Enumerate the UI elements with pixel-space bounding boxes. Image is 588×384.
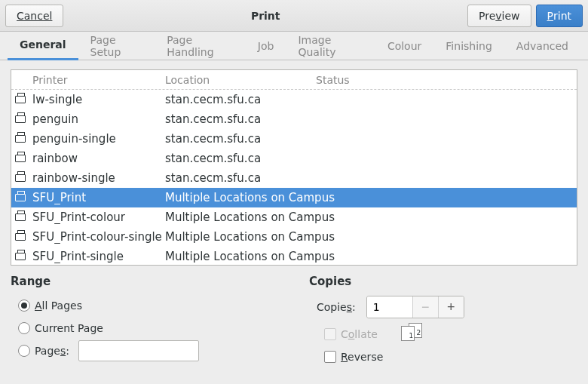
printer-icon	[11, 115, 29, 123]
col-printer-header[interactable]: Printer	[29, 74, 165, 86]
printer-list-header: Printer Location Status	[11, 70, 577, 90]
range-section: Range All Pages Current Page Pages:	[11, 275, 279, 368]
copies-increment[interactable]: +	[438, 296, 464, 318]
reverse-checkbox[interactable]: Reverse	[324, 346, 383, 368]
printer-icon	[11, 253, 29, 260]
window-title: Print	[63, 10, 467, 22]
tab-job[interactable]: Job	[246, 32, 286, 60]
printer-name: penguin-single	[29, 132, 165, 146]
printer-location: stan.cecm.sfu.ca	[165, 152, 577, 165]
collate-checkbox: Collate	[324, 323, 383, 346]
radio-icon	[18, 300, 30, 312]
tab-bar: GeneralPage SetupPage HandlingJobImage Q…	[0, 32, 588, 60]
printer-name: lw-single	[29, 93, 165, 106]
printer-icon	[11, 214, 29, 221]
checkbox-icon	[324, 351, 336, 363]
pages-input[interactable]	[78, 340, 199, 361]
tab-general[interactable]: General	[8, 32, 78, 60]
printer-name: SFU_Print-colour	[29, 210, 165, 224]
radio-icon	[18, 322, 30, 334]
printer-row[interactable]: rainbow-singlestan.cecm.sfu.ca	[11, 168, 577, 188]
printer-row[interactable]: SFU_Print-colour-singleMultiple Location…	[11, 227, 577, 247]
printer-row[interactable]: rainbowstan.cecm.sfu.ca	[11, 149, 577, 168]
col-status-header[interactable]: Status	[316, 74, 577, 86]
printer-name: penguin	[29, 112, 165, 126]
printer-icon	[11, 233, 29, 241]
printer-name: rainbow-single	[29, 171, 165, 185]
tab-page-setup[interactable]: Page Setup	[78, 32, 155, 60]
copies-input[interactable]	[367, 296, 412, 318]
col-location-header[interactable]: Location	[165, 74, 316, 86]
range-heading: Range	[11, 275, 279, 288]
print-button[interactable]: Print	[536, 5, 583, 27]
printer-location: Multiple Locations on Campus	[165, 230, 577, 244]
printer-row[interactable]: penguinstan.cecm.sfu.ca	[11, 109, 577, 129]
printer-name: SFU_Print-colour-single	[29, 230, 165, 244]
printer-location: Multiple Locations on Campus	[165, 191, 577, 204]
printer-name: rainbow	[29, 152, 165, 165]
tab-colour[interactable]: Colour	[375, 32, 433, 60]
printer-list[interactable]: Printer Location Status lw-singlestan.ce…	[11, 69, 577, 266]
printer-location: stan.cecm.sfu.ca	[165, 132, 577, 146]
printer-row[interactable]: SFU_Print-colourMultiple Locations on Ca…	[11, 207, 577, 227]
printer-location: stan.cecm.sfu.ca	[165, 171, 577, 185]
radio-all-pages[interactable]: All Pages	[18, 294, 279, 317]
printer-row[interactable]: lw-singlestan.cecm.sfu.ca	[11, 90, 577, 109]
tab-finishing[interactable]: Finishing	[433, 32, 504, 60]
preview-button[interactable]: Preview	[467, 5, 531, 27]
printer-row[interactable]: SFU_PrintMultiple Locations on Campus	[11, 188, 577, 207]
copies-spinner[interactable]: − +	[366, 296, 464, 318]
titlebar: Cancel Print Preview Print	[0, 0, 588, 32]
printer-icon	[11, 155, 29, 162]
printer-icon	[11, 135, 29, 143]
radio-current-page[interactable]: Current Page	[18, 317, 279, 339]
printer-row[interactable]: SFU_Print-singleMultiple Locations on Ca…	[11, 247, 577, 266]
tab-image-quality[interactable]: Image Quality	[286, 32, 375, 60]
printer-location: Multiple Locations on Campus	[165, 250, 577, 263]
printer-name: SFU_Print	[29, 191, 165, 204]
printer-location: stan.cecm.sfu.ca	[165, 112, 577, 126]
tab-advanced[interactable]: Advanced	[504, 32, 580, 60]
cancel-button[interactable]: Cancel	[5, 5, 63, 27]
printer-name: SFU_Print-single	[29, 250, 165, 263]
printer-location: stan.cecm.sfu.ca	[165, 93, 577, 106]
printer-icon	[11, 96, 29, 103]
copies-label: Copies:	[317, 301, 356, 313]
printer-location: Multiple Locations on Campus	[165, 210, 577, 224]
radio-icon	[18, 345, 30, 357]
printer-row[interactable]: penguin-singlestan.cecm.sfu.ca	[11, 129, 577, 149]
copies-section: Copies Copies: − + Collate Rev	[309, 275, 577, 368]
copies-decrement[interactable]: −	[412, 296, 438, 318]
printer-icon	[11, 194, 29, 201]
copies-heading: Copies	[309, 275, 577, 288]
collate-preview-icon: 2 1	[401, 323, 424, 343]
checkbox-icon	[324, 328, 336, 340]
radio-pages[interactable]: Pages:	[18, 339, 279, 362]
tab-page-handling[interactable]: Page Handling	[155, 32, 246, 60]
printer-icon	[11, 174, 29, 182]
